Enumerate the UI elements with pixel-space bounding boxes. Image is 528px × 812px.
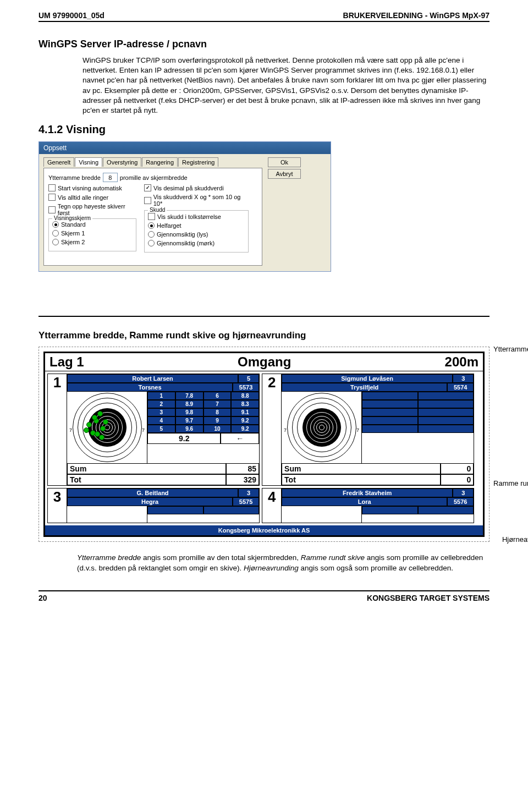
oppsett-dialog: Oppsett Generelt Visning Overstyring Ran… — [38, 141, 331, 272]
cb-tolkstr[interactable] — [148, 213, 155, 220]
rb-standard[interactable] — [52, 221, 59, 228]
ytterramme-input[interactable]: 8 — [103, 173, 118, 182]
sc-footer: Kongsberg Mikroelektronikk AS — [45, 525, 483, 535]
scoreboard: Lag 1 Omgang 200m 1Robert Larsen5Torsnes… — [43, 352, 485, 537]
section-heading: WinGPS Server IP-adresse / pcnavn — [38, 39, 490, 50]
shooter-name: Sigmund Løvåsen — [282, 374, 453, 383]
doc-id: UM 97990001_05d — [38, 11, 105, 20]
sc-dist: 200m — [445, 354, 479, 370]
page-header: UM 97990001_05d BRUKERVEILEDNING - WinGP… — [38, 11, 490, 22]
lane-number: 4 — [262, 489, 282, 523]
rb-gjmork[interactable] — [148, 240, 155, 246]
lane-number: 3 — [48, 489, 67, 523]
shooter-name: Robert Larsen — [67, 374, 238, 383]
club-name: Torsnes — [67, 383, 233, 392]
ytterramme-suffix: promille av skjermbredde — [120, 174, 188, 181]
callout-hjorne: Hjørneavrunding — [502, 535, 528, 544]
sc-omgang: Omgang — [238, 354, 291, 370]
cb-desimal[interactable]: ✓ — [144, 184, 151, 191]
page-footer: 20 KONGSBERG TARGET SYSTEMS — [38, 590, 490, 602]
lane-cell: 3G. Beitland3Hegra5575 — [47, 488, 260, 523]
callout-ramme: Ramme rundt skive — [493, 479, 528, 487]
lane-number: 1 — [48, 374, 67, 485]
rb-helfarget[interactable] — [148, 222, 155, 229]
rb-skjerm1[interactable] — [52, 230, 59, 237]
cb-skuddverdiX[interactable] — [144, 197, 151, 204]
club-name: Hegra — [67, 497, 233, 506]
cb-alleringer[interactable] — [48, 194, 56, 201]
tab-visning[interactable]: Visning — [75, 157, 102, 167]
subsection-heading: 4.1.2 Visning — [38, 123, 490, 136]
page-number: 20 — [38, 594, 47, 602]
rb-gjlys[interactable] — [148, 231, 155, 238]
lane-cell: 1Robert Larsen5Torsnes55737717.868.828.9… — [47, 374, 260, 486]
lane-number: 2 — [262, 374, 282, 485]
tab-registrering[interactable]: Registrering — [178, 157, 218, 167]
sc-lag: Lag 1 — [50, 354, 84, 370]
cancel-button[interactable]: Avbryt — [268, 169, 301, 179]
tab-overstyring[interactable]: Overstyring — [103, 157, 141, 167]
doc-title: BRUKERVEILEDNING - WinGPS MpX-97 — [343, 11, 490, 20]
cb-hoyeste[interactable] — [48, 206, 56, 213]
tab-generelt[interactable]: Generelt — [43, 157, 74, 167]
lane-cell: 2Sigmund Løvåsen3Trysilfjeld557477 Sum0T… — [262, 374, 474, 486]
body-paragraph: WinGPS bruker TCP/IP som overføringsprot… — [82, 56, 490, 116]
shooter-name: G. Beitland — [67, 489, 238, 497]
ok-button[interactable]: Ok — [268, 157, 301, 167]
shooter-name: Fredrik Stavheim — [282, 489, 453, 497]
club-name: Lora — [282, 497, 447, 506]
tab-rangering[interactable]: Rangering — [142, 157, 178, 167]
grp-visningsskjerm: Visningsskjerm — [52, 215, 92, 221]
section-heading-2: Ytterramme bredde, Ramme rundt skive og … — [38, 330, 490, 341]
dialog-tabs: Generelt Visning Overstyring Rangering R… — [43, 157, 262, 167]
rb-skjerm2[interactable] — [52, 239, 59, 245]
footer-right: KONGSBERG TARGET SYSTEMS — [367, 594, 490, 602]
body-paragraph-2: Ytterramme bredde angis som promille av … — [77, 553, 490, 574]
grp-skudd: Skudd — [148, 207, 167, 213]
dialog-title: Oppsett — [39, 142, 331, 154]
callout-ytterramme: Ytterramme bredde — [493, 345, 528, 353]
cb-startvisning[interactable] — [48, 184, 56, 191]
ytterramme-label: Ytterramme bredde — [48, 174, 101, 181]
lane-cell: 4Fredrik Stavheim3Lora5576 — [262, 488, 474, 523]
club-name: Trysilfjeld — [282, 383, 447, 392]
